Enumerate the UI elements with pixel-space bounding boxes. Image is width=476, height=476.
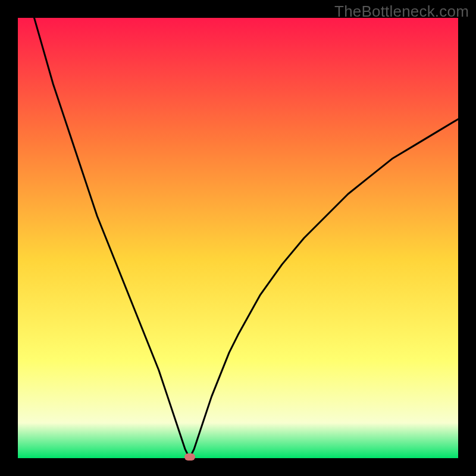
bottleneck-chart: [18, 18, 458, 458]
gradient-background: [18, 18, 458, 458]
chart-frame: TheBottleneck.com: [0, 0, 476, 476]
optimum-marker: [184, 453, 195, 461]
